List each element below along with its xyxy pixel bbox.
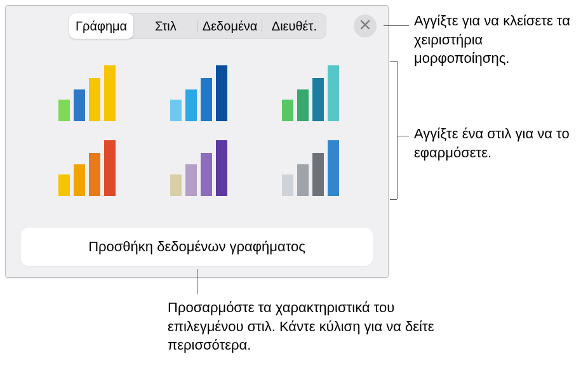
add-chart-data-label: Προσθήκη δεδομένων γραφήματος: [88, 239, 305, 255]
tab-style[interactable]: Στιλ: [133, 13, 197, 39]
bar-icon: [297, 89, 309, 121]
bar-icon: [216, 140, 227, 196]
bar-icon: [185, 164, 197, 196]
tab-chart[interactable]: Γράφημα: [69, 13, 133, 39]
chart-style-4[interactable]: [49, 139, 125, 196]
bar-icon: [201, 153, 212, 196]
bar-icon: [170, 174, 182, 196]
tab-data[interactable]: Δεδομένα: [198, 13, 262, 39]
bar-icon: [89, 78, 100, 121]
bar-icon: [282, 174, 293, 196]
bar-icon: [312, 78, 324, 121]
callout-leader: [390, 199, 397, 200]
tab-bar: Γράφημα Στιλ Δεδομένα Διευθέτ.: [69, 13, 326, 39]
chart-style-grid: [49, 64, 347, 196]
bar-icon: [170, 100, 182, 121]
callout-style: Αγγίξτε ένα στιλ για να το εφαρμόσετε.: [414, 124, 585, 162]
bar-icon: [58, 100, 70, 121]
bar-icon: [297, 164, 309, 196]
bar-icon: [312, 153, 324, 196]
chart-style-1[interactable]: [49, 64, 125, 121]
bar-icon: [216, 65, 227, 121]
bar-icon: [201, 78, 212, 121]
callout-leader: [197, 269, 197, 294]
bar-icon: [185, 89, 197, 121]
tab-data-label: Δεδομένα: [203, 19, 258, 34]
bar-icon: [74, 164, 85, 196]
chart-style-6[interactable]: [272, 139, 349, 196]
bar-icon: [104, 140, 116, 196]
bar-icon: [74, 89, 85, 121]
tab-arrange-label: Διευθέτ.: [272, 19, 317, 34]
bar-icon: [282, 100, 293, 121]
bar-icon: [58, 174, 70, 196]
bar-icon: [328, 140, 339, 196]
bar-icon: [89, 153, 100, 196]
bar-icon: [328, 65, 339, 121]
callout-leader: [397, 136, 409, 136]
bar-icon: [104, 65, 116, 121]
chart-style-5[interactable]: [161, 139, 237, 196]
callout-leader: [384, 25, 409, 26]
tab-style-label: Στιλ: [155, 19, 177, 34]
callout-leader: [390, 61, 397, 62]
callout-bottom: Προσαρμόστε τα χαρακτηριστικά του επιλεγ…: [168, 298, 441, 355]
chart-style-3[interactable]: [272, 64, 349, 121]
add-chart-data-button[interactable]: Προσθήκη δεδομένων γραφήματος: [21, 228, 373, 266]
close-button[interactable]: [354, 15, 377, 37]
callout-leader: [397, 61, 398, 199]
callout-close: Αγγίξτε για να κλείσετε τα χειριστήρια μ…: [414, 11, 579, 68]
tab-chart-label: Γράφημα: [76, 19, 127, 34]
tab-arrange[interactable]: Διευθέτ.: [262, 13, 326, 39]
chart-style-2[interactable]: [161, 64, 237, 121]
close-icon: [359, 19, 371, 33]
chart-format-panel: Γράφημα Στιλ Δεδομένα Διευθέτ.: [5, 5, 389, 278]
